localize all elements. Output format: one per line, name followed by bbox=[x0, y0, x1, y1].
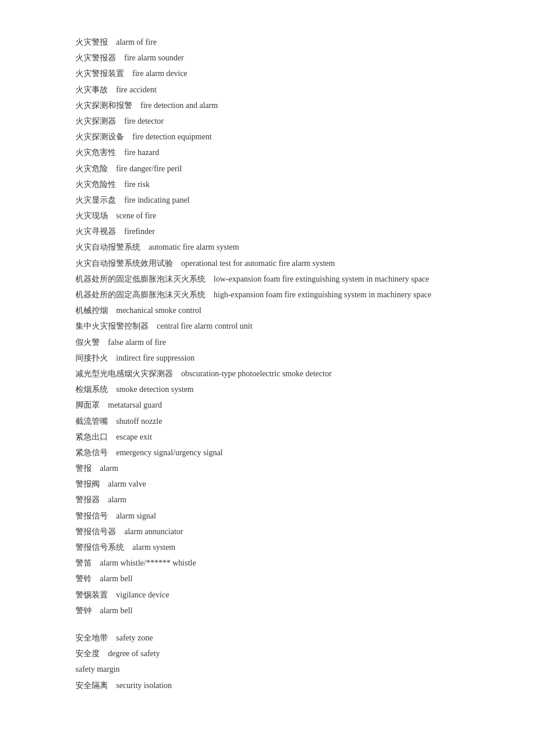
entry-list: 火灾警报 alarm of fire火灾警报器 fire alarm sound… bbox=[75, 35, 459, 618]
list-item: 检烟系统 smoke detection system bbox=[75, 382, 459, 397]
list-item: 火灾自动报警系统效用试验 operational test for automa… bbox=[75, 256, 459, 271]
list-item: 火灾危险 fire danger/fire peril bbox=[75, 161, 459, 176]
list-item: 火灾探测器 fire detector bbox=[75, 114, 459, 128]
list-item: 间接扑火 indirect fire suppression bbox=[75, 351, 459, 365]
list-item: 安全隔离 security isolation bbox=[75, 678, 459, 693]
list-item: 机器处所的固定低膨胀泡沫灭火系统 low-expansion foam fire… bbox=[75, 272, 459, 286]
list-item: 火灾警报器 fire alarm sounder bbox=[75, 51, 459, 65]
list-item: 火灾寻视器 firefinder bbox=[75, 224, 459, 239]
list-item: 警笛 alarm whistle/****** whistle bbox=[75, 556, 459, 570]
entry-list-2: 安全地带 safety zone安全度 degree of safetysafe… bbox=[75, 631, 459, 693]
list-item: 紧急信号 emergency signal/urgency signal bbox=[75, 445, 459, 460]
list-item: 假火警 false alarm of fire bbox=[75, 335, 459, 350]
list-item: 警报信号器 alarm annunciator bbox=[75, 524, 459, 539]
list-item: 集中火灾报警控制器 central fire alarm control uni… bbox=[75, 319, 459, 333]
list-item: 火灾显示盘 fire indicating panel bbox=[75, 193, 459, 207]
list-item: 紧急出口 escape exit bbox=[75, 430, 459, 444]
list-item: 警报器 alarm bbox=[75, 492, 459, 507]
list-item: 减光型光电感烟火灾探测器 obscuration-type photoelect… bbox=[75, 366, 459, 381]
list-item: 警报信号系统 alarm system bbox=[75, 540, 459, 555]
list-item: 警钟 alarm bell bbox=[75, 603, 459, 618]
list-item: 火灾危害性 fire hazard bbox=[75, 145, 459, 160]
list-item: 火灾危险性 fire risk bbox=[75, 177, 459, 192]
list-item: 火灾现场 scene of fire bbox=[75, 208, 459, 223]
list-item: 警惕装置 vigilance device bbox=[75, 588, 459, 602]
list-item: 警铃 alarm bell bbox=[75, 571, 459, 586]
main-content: 火灾警报 alarm of fire火灾警报器 fire alarm sound… bbox=[75, 35, 459, 693]
list-item: safety margin bbox=[75, 662, 459, 676]
list-item: 火灾事故 fire accident bbox=[75, 82, 459, 97]
section-gap bbox=[75, 619, 459, 631]
list-item: 截流管嘴 shutoff nozzle bbox=[75, 414, 459, 429]
list-item: 警报信号 alarm signal bbox=[75, 509, 459, 523]
list-item: 火灾自动报警系统 automatic fire alarm system bbox=[75, 240, 459, 254]
list-item: 安全度 degree of safety bbox=[75, 646, 459, 661]
list-item: 火灾探测设备 fire detection equipment bbox=[75, 129, 459, 144]
list-item: 机械控烟 mechanical smoke control bbox=[75, 303, 459, 318]
list-item: 警报阀 alarm valve bbox=[75, 477, 459, 491]
list-item: 火灾警报装置 fire alarm device bbox=[75, 66, 459, 81]
list-item: 火灾探测和报警 fire detection and alarm bbox=[75, 98, 459, 113]
list-item: 安全地带 safety zone bbox=[75, 631, 459, 645]
list-item: 警报 alarm bbox=[75, 461, 459, 476]
list-item: 火灾警报 alarm of fire bbox=[75, 35, 459, 49]
list-item: 脚面罩 metatarsal guard bbox=[75, 398, 459, 412]
list-item: 机器处所的固定高膨胀泡沫灭火系统 high-expansion foam fir… bbox=[75, 287, 459, 302]
